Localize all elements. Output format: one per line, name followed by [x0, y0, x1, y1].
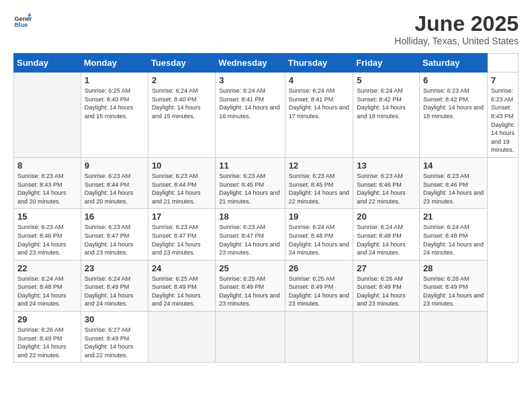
day-detail: Sunrise: 6:23 AMSunset: 8:46 PMDaylight:…	[423, 172, 484, 205]
col-saturday: Saturday	[419, 54, 487, 73]
day-number: 13	[357, 161, 416, 171]
day-detail: Sunrise: 6:23 AMSunset: 8:45 PMDaylight:…	[219, 172, 281, 205]
day-detail: Sunrise: 6:23 AMSunset: 8:43 PMDaylight:…	[491, 87, 515, 154]
day-detail: Sunrise: 6:23 AMSunset: 8:46 PMDaylight:…	[357, 172, 416, 205]
day-detail: Sunrise: 6:24 AMSunset: 8:48 PMDaylight:…	[17, 275, 77, 308]
day-detail: Sunrise: 6:24 AMSunset: 8:48 PMDaylight:…	[423, 223, 484, 257]
day-number: 1	[85, 75, 144, 85]
day-detail: Sunrise: 6:23 AMSunset: 8:46 PMDaylight:…	[17, 223, 77, 257]
day-number: 10	[152, 161, 212, 171]
svg-marker-2	[28, 13, 32, 15]
day-detail: Sunrise: 6:23 AMSunset: 8:47 PMDaylight:…	[152, 223, 212, 257]
calendar-cell: 28Sunrise: 6:26 AMSunset: 8:49 PMDayligh…	[419, 260, 487, 311]
day-number: 8	[17, 161, 77, 171]
calendar-cell: 1Sunrise: 6:25 AMSunset: 8:40 PMDaylight…	[81, 73, 148, 158]
calendar-cell: 29Sunrise: 6:26 AMSunset: 8:49 PMDayligh…	[14, 312, 81, 363]
calendar-cell	[14, 73, 81, 158]
calendar-cell: 23Sunrise: 6:24 AMSunset: 8:49 PMDayligh…	[81, 260, 148, 311]
calendar-cell: 16Sunrise: 6:23 AMSunset: 8:47 PMDayligh…	[81, 209, 148, 260]
day-number: 12	[289, 161, 349, 171]
calendar-cell: 26Sunrise: 6:25 AMSunset: 8:49 PMDayligh…	[285, 260, 353, 311]
calendar-cell: 2Sunrise: 6:24 AMSunset: 8:40 PMDaylight…	[148, 73, 215, 158]
day-number: 22	[17, 263, 77, 273]
day-detail: Sunrise: 6:25 AMSunset: 8:49 PMDaylight:…	[219, 275, 281, 308]
day-number: 23	[85, 263, 144, 273]
day-number: 18	[219, 212, 281, 222]
calendar-cell: 22Sunrise: 6:24 AMSunset: 8:48 PMDayligh…	[14, 260, 81, 311]
day-detail: Sunrise: 6:24 AMSunset: 8:48 PMDaylight:…	[289, 223, 349, 257]
calendar-cell: 12Sunrise: 6:23 AMSunset: 8:45 PMDayligh…	[285, 157, 353, 208]
day-number: 20	[357, 212, 416, 222]
day-detail: Sunrise: 6:24 AMSunset: 8:42 PMDaylight:…	[357, 87, 416, 120]
calendar-cell: 14Sunrise: 6:23 AMSunset: 8:46 PMDayligh…	[419, 157, 487, 208]
day-number: 30	[85, 314, 144, 324]
day-number: 28	[423, 263, 484, 273]
calendar-cell: 5Sunrise: 6:24 AMSunset: 8:42 PMDaylight…	[353, 73, 420, 158]
day-detail: Sunrise: 6:23 AMSunset: 8:47 PMDaylight:…	[219, 223, 281, 257]
day-number: 19	[289, 212, 349, 222]
title-block: June 2025 Holliday, Texas, United States	[394, 12, 519, 46]
calendar-cell: 8Sunrise: 6:23 AMSunset: 8:43 PMDaylight…	[14, 157, 81, 208]
calendar-cell: 15Sunrise: 6:23 AMSunset: 8:46 PMDayligh…	[14, 209, 81, 260]
day-number: 5	[357, 75, 416, 85]
calendar-cell: 20Sunrise: 6:24 AMSunset: 8:48 PMDayligh…	[353, 209, 420, 260]
calendar-cell: 10Sunrise: 6:23 AMSunset: 8:44 PMDayligh…	[148, 157, 215, 208]
day-detail: Sunrise: 6:24 AMSunset: 8:49 PMDaylight:…	[85, 275, 144, 308]
calendar-cell: 25Sunrise: 6:25 AMSunset: 8:49 PMDayligh…	[216, 260, 285, 311]
day-detail: Sunrise: 6:23 AMSunset: 8:45 PMDaylight:…	[289, 172, 349, 205]
col-friday: Friday	[353, 54, 420, 73]
calendar-cell: 21Sunrise: 6:24 AMSunset: 8:48 PMDayligh…	[419, 209, 487, 260]
col-tuesday: Tuesday	[148, 54, 215, 73]
day-number: 15	[17, 212, 77, 222]
day-detail: Sunrise: 6:25 AMSunset: 8:49 PMDaylight:…	[289, 275, 349, 308]
day-detail: Sunrise: 6:26 AMSunset: 8:49 PMDaylight:…	[423, 275, 484, 308]
day-number: 4	[289, 75, 349, 85]
day-number: 9	[85, 161, 144, 171]
calendar-cell: 3Sunrise: 6:24 AMSunset: 8:41 PMDaylight…	[216, 73, 285, 158]
day-detail: Sunrise: 6:23 AMSunset: 8:42 PMDaylight:…	[423, 87, 484, 120]
day-detail: Sunrise: 6:27 AMSunset: 8:49 PMDaylight:…	[85, 326, 144, 359]
day-detail: Sunrise: 6:23 AMSunset: 8:47 PMDaylight:…	[85, 223, 144, 257]
day-number: 17	[152, 212, 212, 222]
calendar-cell: 9Sunrise: 6:23 AMSunset: 8:44 PMDaylight…	[81, 157, 148, 208]
day-detail: Sunrise: 6:25 AMSunset: 8:49 PMDaylight:…	[152, 275, 212, 308]
calendar-cell	[353, 312, 420, 363]
calendar-cell: 7Sunrise: 6:23 AMSunset: 8:43 PMDaylight…	[487, 73, 518, 158]
calendar-cell: 27Sunrise: 6:26 AMSunset: 8:49 PMDayligh…	[353, 260, 420, 311]
month-title: June 2025	[394, 12, 519, 36]
calendar-cell: 4Sunrise: 6:24 AMSunset: 8:41 PMDaylight…	[285, 73, 353, 158]
header-row: Sunday Monday Tuesday Wednesday Thursday…	[14, 54, 519, 73]
calendar-cell	[285, 312, 353, 363]
day-number: 2	[152, 75, 212, 85]
calendar-cell: 24Sunrise: 6:25 AMSunset: 8:49 PMDayligh…	[148, 260, 215, 311]
calendar-cell: 11Sunrise: 6:23 AMSunset: 8:45 PMDayligh…	[216, 157, 285, 208]
day-number: 24	[152, 263, 212, 273]
col-thursday: Thursday	[285, 54, 353, 73]
logo: General Blue	[13, 12, 32, 31]
day-number: 6	[423, 75, 484, 85]
calendar-cell: 18Sunrise: 6:23 AMSunset: 8:47 PMDayligh…	[216, 209, 285, 260]
calendar-cell: 30Sunrise: 6:27 AMSunset: 8:49 PMDayligh…	[81, 312, 148, 363]
location: Holliday, Texas, United States	[394, 36, 519, 46]
calendar-cell: 6Sunrise: 6:23 AMSunset: 8:42 PMDaylight…	[419, 73, 487, 158]
col-sunday: Sunday	[14, 54, 81, 73]
col-monday: Monday	[81, 54, 148, 73]
day-number: 14	[423, 161, 484, 171]
day-number: 3	[219, 75, 281, 85]
calendar: Sunday Monday Tuesday Wednesday Thursday…	[13, 53, 519, 363]
day-number: 26	[289, 263, 349, 273]
day-detail: Sunrise: 6:24 AMSunset: 8:41 PMDaylight:…	[289, 87, 349, 120]
day-number: 11	[219, 161, 281, 171]
day-detail: Sunrise: 6:23 AMSunset: 8:44 PMDaylight:…	[152, 172, 212, 205]
day-detail: Sunrise: 6:23 AMSunset: 8:44 PMDaylight:…	[85, 172, 144, 205]
page: General Blue June 2025 Holliday, Texas, …	[0, 0, 532, 411]
logo-icon: General Blue	[13, 12, 32, 31]
calendar-cell: 17Sunrise: 6:23 AMSunset: 8:47 PMDayligh…	[148, 209, 215, 260]
day-number: 29	[17, 314, 77, 324]
col-wednesday: Wednesday	[216, 54, 285, 73]
day-number: 21	[423, 212, 484, 222]
day-detail: Sunrise: 6:26 AMSunset: 8:49 PMDaylight:…	[357, 275, 416, 308]
day-number: 25	[219, 263, 281, 273]
day-detail: Sunrise: 6:23 AMSunset: 8:43 PMDaylight:…	[17, 172, 77, 205]
calendar-cell	[216, 312, 285, 363]
